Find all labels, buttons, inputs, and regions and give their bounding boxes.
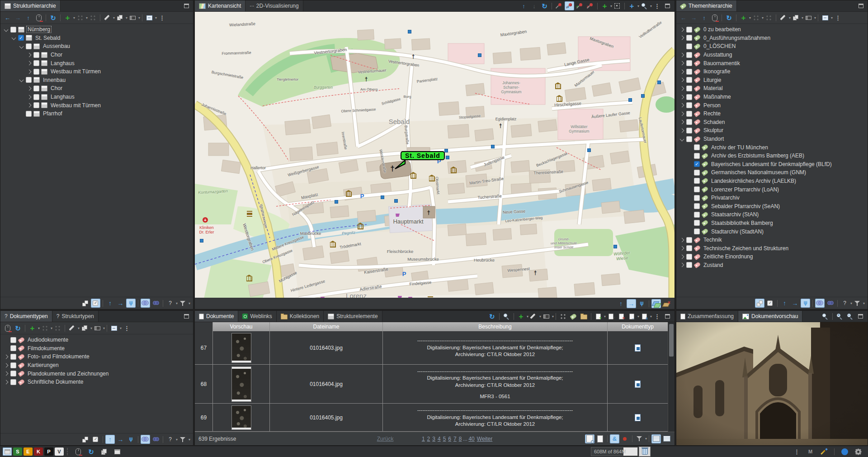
doctypes-node2-button[interactable]: [53, 324, 62, 333]
dropdown-caret-icon[interactable]: ▾: [113, 16, 115, 20]
tree-item-label[interactable]: Standort: [703, 136, 725, 142]
structure-footer-star-button[interactable]: ?: [165, 299, 175, 308]
map-object-marker[interactable]: [444, 149, 448, 152]
tree-checkbox[interactable]: [33, 69, 39, 75]
dropdown-caret-icon[interactable]: ▾: [637, 314, 639, 319]
tree-expander[interactable]: [679, 112, 685, 115]
tree-expander[interactable]: [679, 62, 685, 65]
preview-tab-zusammenfassung[interactable]: Zusammenfassung: [676, 311, 738, 322]
dropdown-caret-icon[interactable]: ▾: [103, 326, 105, 330]
tree-item-label[interactable]: Technik: [703, 237, 723, 243]
dropdown-caret-icon[interactable]: ▾: [126, 16, 127, 20]
statusbar-wand-button[interactable]: [819, 447, 829, 456]
tree-expander[interactable]: [3, 372, 9, 375]
themes-footer-cbm-button[interactable]: [755, 299, 764, 308]
document-preview-photo[interactable]: [676, 322, 868, 445]
tree-expander[interactable]: [26, 62, 32, 65]
dropdown-caret-icon[interactable]: ▾: [51, 326, 52, 330]
tree-item-label[interactable]: Maßnahme: [703, 94, 732, 100]
documents-mag-button[interactable]: [502, 312, 511, 321]
themes-footer-venn2-button[interactable]: [826, 299, 835, 308]
tree-checkbox[interactable]: [694, 186, 700, 192]
maximize-panel-button[interactable]: [182, 1, 191, 10]
map-object-marker[interactable]: [381, 195, 384, 199]
preview-magm-button[interactable]: −: [845, 312, 855, 321]
table-row[interactable]: 6701016403.jpg--------------------------…: [195, 331, 675, 365]
tree-item-label[interactable]: St. Sebald: [34, 35, 61, 41]
preview-maxi-button[interactable]: [856, 312, 865, 321]
app-launcher-E[interactable]: E: [24, 447, 33, 456]
pagination-last-link[interactable]: 40: [468, 436, 474, 442]
tree-item-label[interactable]: Liturgie: [703, 77, 722, 83]
dropdown-caret-icon[interactable]: ▾: [850, 301, 852, 305]
tree-item-label[interactable]: Person: [703, 102, 722, 109]
tree-checkbox[interactable]: [686, 94, 692, 100]
themes-back-button[interactable]: ←: [679, 13, 688, 22]
tree-expander[interactable]: [19, 78, 24, 81]
map-pin-red-button[interactable]: [554, 1, 564, 10]
tree-expander[interactable]: [679, 255, 685, 258]
map-object-marker[interactable]: [446, 156, 449, 159]
documents-docx-button[interactable]: ×: [617, 312, 626, 321]
themes-footer-star-button[interactable]: ?: [840, 299, 849, 308]
statusbar-info-button[interactable]: [840, 447, 849, 456]
structure-footer-rightf-button[interactable]: →: [116, 299, 125, 308]
structure-copy-button[interactable]: [115, 13, 125, 22]
tree-item-label[interactable]: Skulptur: [703, 127, 724, 133]
doctypes-footer-venn2-button[interactable]: [151, 435, 160, 444]
document-type-icon[interactable]: [635, 414, 641, 421]
tree-expander[interactable]: [679, 53, 685, 57]
pagination-page-link[interactable]: 1: [422, 436, 425, 442]
tree-item-label[interactable]: Langhaus: [50, 60, 75, 67]
themes-footer-branch-button[interactable]: ⋔: [801, 299, 810, 308]
map-object-marker[interactable]: [657, 81, 661, 84]
tree-item-label[interactable]: Bayerisches Landesamt für Denkmalpflege …: [710, 161, 833, 167]
tree-expander[interactable]: [679, 120, 685, 124]
tree-checkbox[interactable]: [26, 111, 32, 117]
dropdown-caret-icon[interactable]: ▾: [637, 4, 639, 8]
structure-kebab-button[interactable]: ⋮: [157, 13, 167, 22]
map-refresh-button[interactable]: ↻: [540, 1, 549, 10]
tree-expander[interactable]: [679, 95, 685, 99]
structure-mouse-button[interactable]: [34, 13, 43, 22]
tree-expander[interactable]: [3, 381, 9, 384]
dropdown-caret-icon[interactable]: ▾: [789, 16, 791, 20]
pagination-page-link[interactable]: 8: [459, 436, 462, 442]
doctypes-footer-branch-button[interactable]: ⋔: [126, 435, 136, 444]
dropdown-caret-icon[interactable]: ▾: [604, 314, 606, 319]
tree-item-label[interactable]: Ikonografie: [703, 68, 731, 75]
dropdown-caret-icon[interactable]: ▾: [138, 16, 140, 20]
pagination-back-link[interactable]: Zurück: [377, 436, 394, 442]
tree-expander[interactable]: [679, 247, 685, 250]
documents-docadd-button[interactable]: +: [594, 312, 603, 321]
tree-checkbox[interactable]: [10, 354, 16, 360]
scrollbar-thumb[interactable]: [669, 324, 674, 357]
tree-checkbox[interactable]: ✓: [18, 35, 24, 41]
tree-expander[interactable]: [679, 28, 685, 31]
map-footer-upf-button[interactable]: ↑: [616, 299, 626, 308]
tree-item-label[interactable]: Nürnberg: [27, 26, 51, 33]
tree-item-label[interactable]: Archiv der TU München: [710, 144, 769, 151]
app-launcher-V[interactable]: V: [55, 447, 64, 456]
themes-kebab-button[interactable]: ⋮: [833, 13, 843, 22]
dropdown-caret-icon[interactable]: ▾: [650, 314, 652, 319]
dropdown-caret-icon[interactable]: ▾: [863, 301, 865, 305]
themes-mouse-button[interactable]: [710, 13, 719, 22]
statusbar-wave-button[interactable]: M: [806, 447, 815, 456]
documents-footer-funnel-button[interactable]: [635, 434, 644, 443]
tree-expander[interactable]: [679, 104, 685, 107]
tree-expander[interactable]: [679, 263, 685, 267]
map-pin-green-button[interactable]: +: [575, 1, 585, 10]
map-object-marker[interactable]: [200, 239, 203, 243]
tree-checkbox[interactable]: [694, 170, 700, 176]
documents-node2-button[interactable]: [558, 312, 568, 321]
tree-expander[interactable]: [679, 138, 685, 141]
doctypes-kebab-button[interactable]: ⋮: [122, 324, 132, 333]
documents-footer-docmag-button[interactable]: [585, 434, 594, 443]
tree-item-label[interactable]: 0_Ausführungsmaßnahmen: [703, 35, 771, 41]
tree-item-label[interactable]: Chor: [50, 52, 63, 58]
tree-expander[interactable]: [679, 129, 685, 132]
doctypes-footer-cbm-button[interactable]: [80, 435, 90, 444]
document-thumbnail[interactable]: [231, 405, 251, 430]
tree-checkbox[interactable]: [33, 60, 39, 66]
